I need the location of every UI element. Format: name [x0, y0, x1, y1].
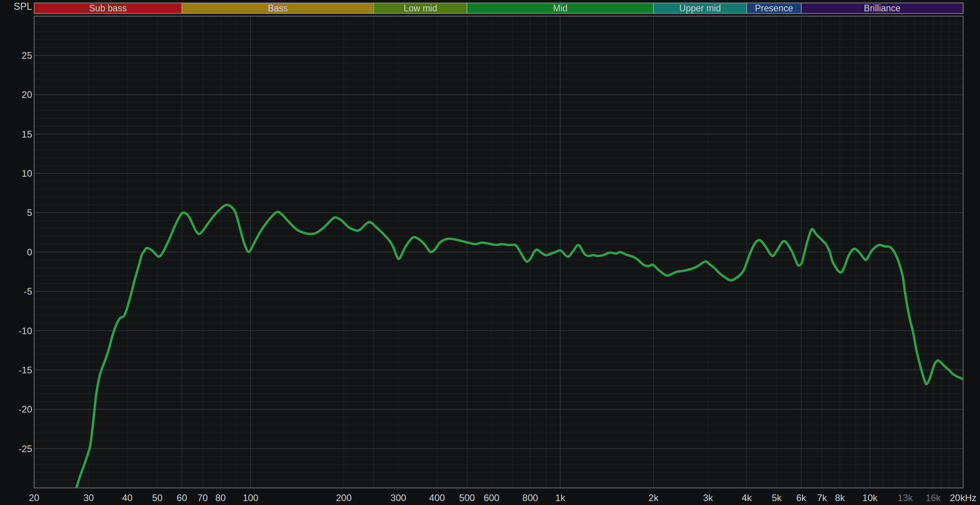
spl-frequency-response-app: SPL Sub bassBassLow midMidUpper midPrese…	[0, 0, 980, 505]
x-tick-600: 600	[484, 492, 499, 503]
x-tick-100: 100	[243, 492, 258, 503]
x-tick-4k: 4k	[742, 492, 752, 503]
band-sub-bass: Sub bass	[34, 3, 182, 14]
x-axis-labels: 203040506070801002003004005006008001k2k3…	[29, 492, 976, 503]
spl-chart-canvas[interactable]: Sub bassBassLow midMidUpper midPresenceB…	[0, 0, 980, 505]
x-tick-20khz: 20kHz	[950, 492, 976, 503]
band-mid-label: Mid	[553, 3, 568, 13]
y-tick-neg5: -5	[24, 286, 32, 297]
band-low-mid-label: Low mid	[404, 3, 437, 13]
y-tick-neg20: -20	[18, 404, 32, 414]
y-tick-5: 5	[27, 207, 32, 218]
x-tick-500: 500	[459, 492, 475, 503]
y-tick-20: 20	[22, 89, 32, 100]
y-tick-15: 15	[22, 129, 32, 139]
x-tick-8k: 8k	[835, 492, 845, 503]
y-tick-neg15: -15	[18, 365, 32, 375]
x-tick-70: 70	[197, 492, 208, 503]
band-presence: Presence	[747, 3, 801, 14]
x-tick-10k: 10k	[862, 492, 878, 503]
x-tick-800: 800	[523, 492, 538, 503]
x-tick-20: 20	[29, 492, 40, 503]
y-tick-neg10: -10	[18, 326, 32, 336]
y-tick-0: 0	[27, 247, 32, 257]
x-tick-80: 80	[215, 492, 226, 503]
x-tick-2k: 2k	[648, 492, 659, 503]
x-tick-1k: 1k	[555, 492, 566, 503]
band-presence-label: Presence	[755, 3, 793, 13]
band-upper-mid-label: Upper mid	[679, 3, 721, 13]
x-tick-3k: 3k	[703, 492, 713, 503]
band-strip: Sub bassBassLow midMidUpper midPresenceB…	[34, 3, 963, 14]
x-tick-13k: 13k	[898, 492, 913, 503]
y-axis-labels: 2520151050-5-10-15-20-25	[18, 50, 32, 454]
band-bass-label: Bass	[268, 3, 288, 13]
x-tick-300: 300	[390, 492, 406, 503]
band-sub-bass-label: Sub bass	[89, 3, 127, 13]
y-tick-neg25: -25	[18, 443, 32, 454]
y-tick-25: 25	[22, 50, 32, 61]
x-tick-400: 400	[429, 492, 445, 503]
x-tick-200: 200	[336, 492, 352, 503]
x-tick-60: 60	[177, 492, 187, 503]
band-low-mid: Low mid	[374, 3, 467, 14]
band-mid: Mid	[467, 3, 653, 14]
x-tick-7k: 7k	[817, 492, 827, 503]
band-brilliance: Brilliance	[801, 3, 963, 14]
x-tick-5k: 5k	[772, 492, 782, 503]
x-tick-16k: 16k	[926, 492, 941, 503]
y-tick-10: 10	[22, 168, 32, 179]
x-tick-50: 50	[152, 492, 163, 503]
x-tick-30: 30	[83, 492, 94, 503]
x-tick-6k: 6k	[796, 492, 806, 503]
band-bass: Bass	[182, 3, 374, 14]
grid	[34, 16, 963, 488]
x-tick-40: 40	[122, 492, 132, 503]
band-brilliance-label: Brilliance	[864, 3, 900, 13]
band-upper-mid: Upper mid	[653, 3, 747, 14]
